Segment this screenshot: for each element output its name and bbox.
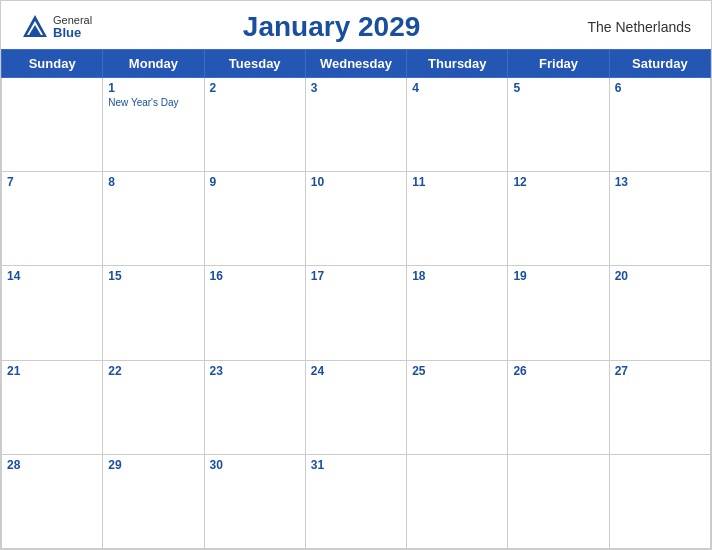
calendar-cell: 10 (305, 172, 406, 266)
day-number: 6 (615, 81, 705, 95)
calendar-cell: 29 (103, 454, 204, 548)
calendar-cell: 20 (609, 266, 710, 360)
day-number: 11 (412, 175, 502, 189)
calendar-cell: 22 (103, 360, 204, 454)
day-number: 7 (7, 175, 97, 189)
calendar-cell: 24 (305, 360, 406, 454)
day-number: 15 (108, 269, 198, 283)
day-number: 1 (108, 81, 198, 95)
calendar-table: Sunday Monday Tuesday Wednesday Thursday… (1, 49, 711, 549)
calendar-cell: 5 (508, 78, 609, 172)
calendar-cell: 30 (204, 454, 305, 548)
calendar-cell: 21 (2, 360, 103, 454)
calendar-cell (609, 454, 710, 548)
calendar-cell: 31 (305, 454, 406, 548)
calendar-cell (2, 78, 103, 172)
header-friday: Friday (508, 50, 609, 78)
week-row-4: 21222324252627 (2, 360, 711, 454)
calendar-cell: 16 (204, 266, 305, 360)
day-number: 16 (210, 269, 300, 283)
calendar-cell: 25 (407, 360, 508, 454)
day-number: 3 (311, 81, 401, 95)
holiday-label: New Year's Day (108, 97, 198, 109)
week-row-1: 1New Year's Day23456 (2, 78, 711, 172)
calendar-cell: 19 (508, 266, 609, 360)
day-number: 10 (311, 175, 401, 189)
header-tuesday: Tuesday (204, 50, 305, 78)
calendar-cell: 12 (508, 172, 609, 266)
calendar-cell: 13 (609, 172, 710, 266)
day-number: 25 (412, 364, 502, 378)
week-row-3: 14151617181920 (2, 266, 711, 360)
calendar-header: General Blue January 2029 The Netherland… (1, 1, 711, 49)
calendar-cell: 28 (2, 454, 103, 548)
day-number: 17 (311, 269, 401, 283)
header-sunday: Sunday (2, 50, 103, 78)
calendar-cell: 1New Year's Day (103, 78, 204, 172)
calendar-cell: 2 (204, 78, 305, 172)
day-number: 21 (7, 364, 97, 378)
header-wednesday: Wednesday (305, 50, 406, 78)
day-number: 12 (513, 175, 603, 189)
day-number: 30 (210, 458, 300, 472)
week-row-2: 78910111213 (2, 172, 711, 266)
day-number: 4 (412, 81, 502, 95)
calendar-cell: 23 (204, 360, 305, 454)
day-number: 18 (412, 269, 502, 283)
calendar-cell: 26 (508, 360, 609, 454)
calendar-cell: 17 (305, 266, 406, 360)
general-blue-logo-icon (21, 13, 49, 41)
day-number: 8 (108, 175, 198, 189)
day-number: 31 (311, 458, 401, 472)
calendar-title: January 2029 (92, 11, 571, 43)
calendar-cell: 18 (407, 266, 508, 360)
day-number: 24 (311, 364, 401, 378)
day-number: 14 (7, 269, 97, 283)
calendar-cell: 11 (407, 172, 508, 266)
header-monday: Monday (103, 50, 204, 78)
logo: General Blue (21, 13, 92, 41)
calendar-cell: 27 (609, 360, 710, 454)
day-number: 13 (615, 175, 705, 189)
calendar-cell: 15 (103, 266, 204, 360)
calendar-container: General Blue January 2029 The Netherland… (0, 0, 712, 550)
calendar-cell (508, 454, 609, 548)
day-number: 20 (615, 269, 705, 283)
calendar-cell: 7 (2, 172, 103, 266)
days-header-row: Sunday Monday Tuesday Wednesday Thursday… (2, 50, 711, 78)
day-number: 19 (513, 269, 603, 283)
calendar-cell: 14 (2, 266, 103, 360)
logo-blue: Blue (53, 26, 92, 39)
day-number: 27 (615, 364, 705, 378)
day-number: 22 (108, 364, 198, 378)
day-number: 2 (210, 81, 300, 95)
calendar-cell: 4 (407, 78, 508, 172)
country-name: The Netherlands (571, 19, 691, 35)
calendar-cell: 3 (305, 78, 406, 172)
day-number: 29 (108, 458, 198, 472)
day-number: 28 (7, 458, 97, 472)
calendar-cell: 8 (103, 172, 204, 266)
day-number: 23 (210, 364, 300, 378)
day-number: 5 (513, 81, 603, 95)
calendar-cell: 9 (204, 172, 305, 266)
header-thursday: Thursday (407, 50, 508, 78)
day-number: 26 (513, 364, 603, 378)
calendar-cell: 6 (609, 78, 710, 172)
day-number: 9 (210, 175, 300, 189)
header-saturday: Saturday (609, 50, 710, 78)
calendar-cell (407, 454, 508, 548)
week-row-5: 28293031 (2, 454, 711, 548)
logo-text: General Blue (53, 15, 92, 39)
